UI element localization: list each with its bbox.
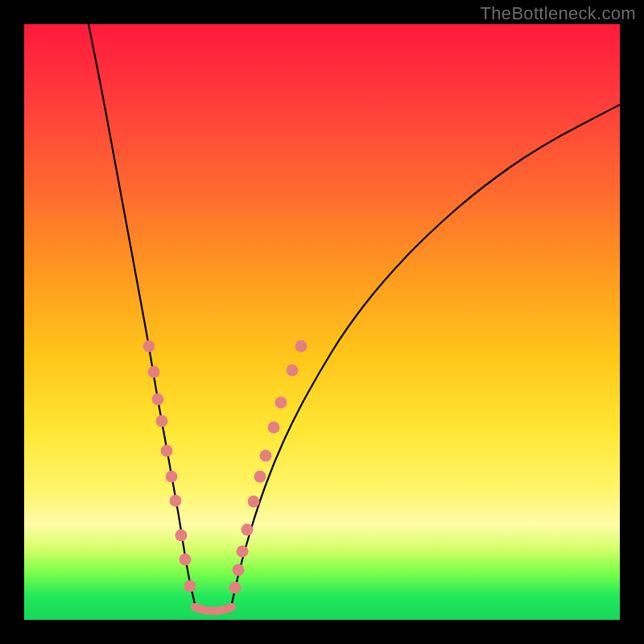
data-dot [229, 582, 242, 594]
curve-left-branch [89, 24, 195, 604]
data-dot [175, 530, 188, 542]
chart-svg [24, 24, 620, 620]
curve-valley-floor [195, 607, 232, 611]
data-dot [166, 471, 178, 483]
data-dot [242, 524, 254, 536]
dots-right-group [229, 341, 308, 594]
data-dot [184, 580, 196, 592]
curve-right-branch [232, 105, 620, 604]
chart-frame [24, 24, 620, 620]
data-dot [170, 495, 182, 507]
data-dot [161, 445, 173, 457]
data-dot [180, 554, 192, 566]
data-dot [260, 450, 272, 462]
data-dot [148, 366, 160, 378]
data-dot [156, 415, 168, 427]
data-dot [275, 397, 287, 409]
data-dot [233, 564, 245, 576]
data-dot [152, 394, 164, 406]
watermark-text: TheBottleneck.com [481, 3, 636, 24]
data-dot [268, 422, 280, 434]
data-dot [237, 546, 249, 558]
data-dot [295, 341, 308, 353]
data-dot [287, 365, 299, 377]
data-dot [143, 341, 155, 353]
data-dot [248, 496, 260, 508]
data-dot [254, 471, 266, 483]
